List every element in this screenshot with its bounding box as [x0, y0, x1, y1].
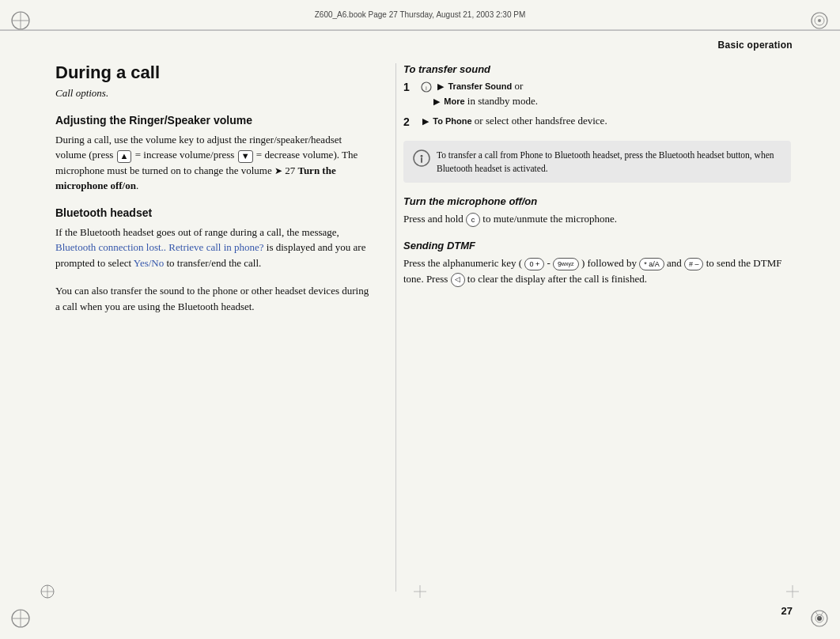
step-2: 2 ▶ To Phone or select other handsfree d…	[403, 114, 791, 130]
vol-up-key: ▲	[117, 150, 132, 163]
main-title: During a call	[55, 63, 372, 82]
bluetooth-body: If the Bluetooth headset goes out of ran…	[55, 225, 372, 271]
crosshair-br	[785, 584, 800, 599]
corner-mark-bl	[9, 607, 32, 630]
microphone-title: Turn the microphone off/on	[403, 195, 791, 207]
svg-text:i: i	[426, 85, 427, 92]
svg-point-5	[818, 19, 821, 22]
page: Z600_A6.book Page 27 Thursday, August 21…	[0, 0, 840, 639]
tip-icon	[413, 149, 430, 167]
header-text: Z600_A6.book Page 27 Thursday, August 21…	[47, 10, 793, 19]
step-1: 1 i ▶ Transfer Sound or ▶ More in standb…	[403, 79, 791, 109]
header-divider	[0, 30, 840, 31]
vol-down-key: ▼	[238, 150, 253, 163]
header-bar: Z600_A6.book Page 27 Thursday, August 21…	[0, 0, 840, 30]
bluetooth-section-title: Bluetooth headset	[55, 206, 372, 220]
crosshair-bm	[412, 584, 428, 599]
corner-mark-br	[808, 607, 831, 630]
key-clear: ◁	[451, 273, 465, 287]
left-column: During a call Call options. Adjusting th…	[55, 63, 372, 327]
subtitle: Call options.	[55, 87, 372, 100]
transfer-sound-title: To transfer sound	[403, 63, 791, 75]
crosshair-bl	[40, 584, 55, 599]
tip-box: To transfer a call from Phone to Bluetoo…	[403, 141, 791, 183]
corner-mark-tl	[9, 9, 32, 32]
corner-mark-tr	[808, 9, 831, 32]
dtmf-title: Sending DTMF	[403, 240, 791, 251]
dtmf-body: Press the alphanumeric key ( 0 + - 9wxyz…	[403, 255, 791, 287]
section-header: Basic operation	[717, 40, 793, 51]
key-9-wxyz: 9wxyz	[553, 258, 579, 270]
key-star: * a/A	[639, 258, 664, 270]
key-0-plus: 0 +	[524, 258, 544, 270]
ringer-body: During a call, use the volume key to adj…	[55, 132, 372, 194]
bluetooth-body2: You can also transfer the sound to the p…	[55, 283, 372, 314]
column-divider	[395, 63, 396, 592]
c-key: c	[466, 213, 480, 227]
tip-text: To transfer a call from Phone to Bluetoo…	[437, 149, 781, 175]
microphone-body: Press and hold c to mute/unmute the micr…	[403, 211, 791, 227]
page-number: 27	[781, 605, 793, 617]
transfer-sound-steps: 1 i ▶ Transfer Sound or ▶ More in standb…	[403, 79, 791, 130]
key-hash: # –	[684, 258, 704, 270]
ringer-section-title: Adjusting the Ringer/Speaker volume	[55, 114, 372, 127]
right-column: To transfer sound 1 i ▶ Transfer Sound o…	[403, 63, 791, 300]
